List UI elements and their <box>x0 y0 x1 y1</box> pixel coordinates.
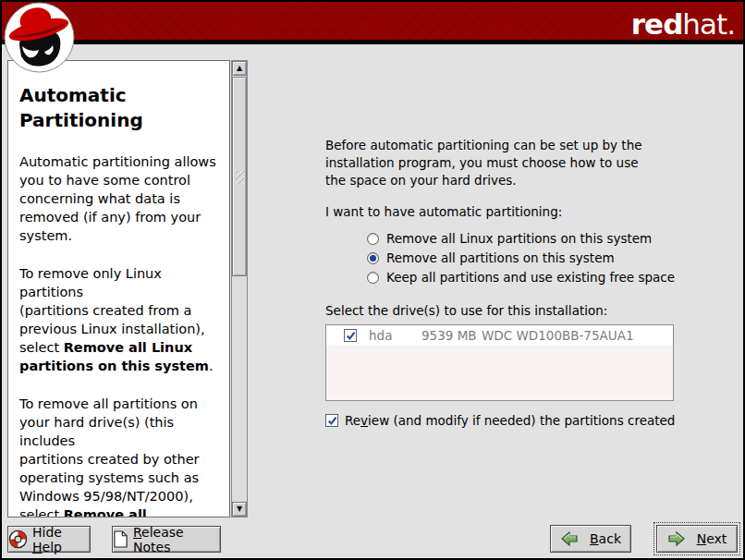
next-button[interactable]: Next <box>656 525 738 553</box>
radio-button-icon-selected[interactable] <box>367 252 379 264</box>
scroll-up-button[interactable]: ▲ <box>232 61 247 76</box>
radio-remove-linux-partitions[interactable]: Remove all Linux partitions on this syst… <box>367 229 652 248</box>
scrollbar-thumb[interactable] <box>232 77 247 276</box>
drives-select-label: Select the drive(s) to use for this inst… <box>325 302 607 320</box>
help-heading: Automatic Partitioning <box>19 83 218 133</box>
lifebuoy-icon <box>8 530 28 549</box>
drive-model: WDC WD100BB-75AUA1 <box>482 328 673 343</box>
help-panel: Automatic Partitioning Automatic partiti… <box>7 60 230 517</box>
help-paragraph-2: To remove only Linux partitions (partiti… <box>19 264 218 375</box>
drive-checkbox-checked[interactable] <box>344 329 357 342</box>
back-label: Back <box>590 531 621 546</box>
radio-label: Keep all partitions and use existing fre… <box>386 270 675 285</box>
drive-size: 9539 MB <box>421 328 482 343</box>
logo-trademark: ™ <box>77 31 82 38</box>
check-icon <box>346 331 356 341</box>
drive-device: hda <box>369 328 421 343</box>
redhat-wordmark: redhat. <box>631 8 735 40</box>
arrow-right-icon <box>667 530 686 547</box>
intro-text: Before automatic partitioning can be set… <box>325 137 642 189</box>
help-paragraph-3: To remove all partitions on your hard dr… <box>19 395 218 517</box>
triangle-up-icon: ▲ <box>237 65 242 72</box>
hide-help-button[interactable]: Hide Help <box>7 526 91 553</box>
radio-selected-dot <box>370 255 376 262</box>
back-button[interactable]: Back <box>550 525 631 553</box>
partitioning-prompt: I want to have automatic partitioning: <box>325 203 562 221</box>
radio-button-icon[interactable] <box>367 272 379 284</box>
radio-keep-all-partitions[interactable]: Keep all partitions and use existing fre… <box>367 268 675 286</box>
help-scrollbar[interactable]: ▲ ▼ <box>231 60 248 517</box>
drive-row-hda[interactable]: hda 9539 MB WDC WD100BB-75AUA1 <box>326 325 673 346</box>
triangle-down-icon: ▼ <box>237 505 242 513</box>
review-checkbox-checked[interactable] <box>325 414 338 427</box>
next-label: Next <box>697 531 727 546</box>
release-notes-button[interactable]: Release Notes <box>112 526 221 553</box>
review-partitions-option[interactable]: Review (and modify if needed) the partit… <box>325 413 675 428</box>
installer-window: ™ redhat. Automatic Partitioning Automat… <box>0 0 745 560</box>
radio-label: Remove all partitions on this system <box>386 250 615 265</box>
release-notes-label: Release Notes <box>133 525 220 554</box>
arrow-left-icon <box>560 530 579 547</box>
scroll-down-button[interactable]: ▼ <box>232 502 247 517</box>
scrollbar-grip-icon <box>236 171 244 184</box>
radio-button-icon[interactable] <box>367 233 379 245</box>
review-checkbox-label: Review (and modify if needed) the partit… <box>345 413 675 428</box>
help-p3-text: To remove all partitions on your hard dr… <box>19 396 200 517</box>
radio-label: Remove all Linux partitions on this syst… <box>386 231 652 246</box>
check-icon <box>327 416 337 426</box>
redhat-shadowman-logo <box>4 2 75 73</box>
radio-remove-all-partitions[interactable]: Remove all partitions on this system <box>367 249 615 267</box>
wordmark-red: red <box>631 7 683 41</box>
wordmark-hat: hat. <box>682 7 735 41</box>
drive-list[interactable]: hda 9539 MB WDC WD100BB-75AUA1 <box>325 324 674 401</box>
help-p2-period: . <box>209 359 214 373</box>
document-icon <box>113 530 128 548</box>
hide-help-label: Hide Help <box>32 525 90 554</box>
help-paragraph-1: Automatic partitioning allows you to hav… <box>19 152 218 245</box>
